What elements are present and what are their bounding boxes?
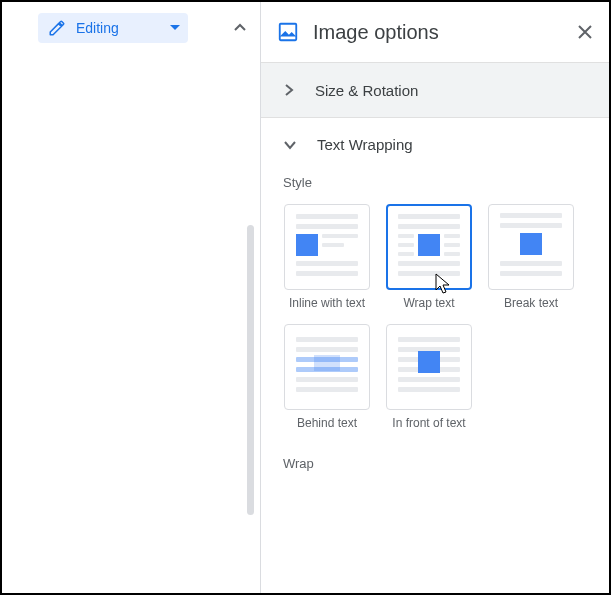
section-size-rotation[interactable]: Size & Rotation — [261, 62, 609, 118]
tile-inline-caption: Inline with text — [289, 296, 365, 310]
image-icon — [277, 21, 299, 43]
tile-inline-with-text[interactable] — [284, 204, 370, 290]
tile-front-caption: In front of text — [392, 416, 465, 430]
tile-wrap-caption: Wrap text — [403, 296, 454, 310]
collapse-toolbar-button[interactable] — [228, 16, 252, 40]
tile-wrap-text[interactable] — [386, 204, 472, 290]
chevron-up-icon — [233, 23, 247, 33]
wrap-label: Wrap — [283, 456, 587, 471]
editing-mode-button[interactable]: Editing — [38, 13, 188, 43]
text-wrapping-body: Style — [261, 153, 609, 471]
chevron-down-icon — [283, 139, 297, 151]
caret-down-icon — [170, 25, 180, 31]
tile-break-caption: Break text — [504, 296, 558, 310]
image-options-panel: Image options Size & Rotation Text Wrapp… — [260, 2, 609, 593]
style-label: Style — [283, 175, 587, 190]
close-panel-button[interactable] — [577, 24, 593, 40]
toolbar: Editing — [2, 2, 260, 54]
tile-behind-text[interactable] — [284, 324, 370, 410]
panel-header: Image options — [261, 2, 609, 62]
section-text-wrapping-label: Text Wrapping — [317, 136, 413, 153]
scrollbar-thumb[interactable] — [247, 225, 254, 515]
close-icon — [577, 24, 593, 40]
tile-behind-caption: Behind text — [297, 416, 357, 430]
tile-in-front-of-text[interactable] — [386, 324, 472, 410]
editing-label: Editing — [76, 20, 119, 36]
left-area: Editing — [2, 2, 260, 593]
tile-break-text[interactable] — [488, 204, 574, 290]
svg-rect-0 — [280, 24, 297, 41]
section-size-rotation-label: Size & Rotation — [315, 82, 418, 99]
wrap-style-tiles: Inline with text — [283, 204, 587, 430]
chevron-right-icon — [283, 83, 295, 97]
document-area[interactable] — [2, 54, 260, 593]
panel-title: Image options — [313, 21, 563, 44]
section-text-wrapping[interactable]: Text Wrapping — [261, 118, 609, 153]
pencil-icon — [48, 19, 66, 37]
